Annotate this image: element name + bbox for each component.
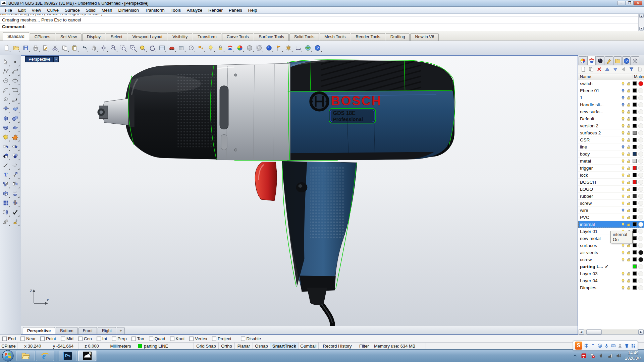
zoom-selected-icon[interactable] xyxy=(138,44,147,53)
layer-row-default[interactable]: Default xyxy=(578,115,644,122)
material-column-header[interactable]: Mater xyxy=(633,74,644,79)
layer-row-wire[interactable]: wire xyxy=(578,207,644,214)
toolbar-tab-mesh-tools[interactable]: Mesh Tools xyxy=(320,33,350,41)
toggle-smarttrack[interactable]: SmartTrack xyxy=(270,343,299,349)
toolbar-tab-transform[interactable]: Transform xyxy=(193,33,221,41)
toolbar-tab-viewport-layout[interactable]: Viewport Layout xyxy=(128,33,167,41)
layer-lock-icon[interactable] xyxy=(626,124,632,128)
earth-icon[interactable] xyxy=(303,44,312,53)
panel-tab-files[interactable] xyxy=(613,56,622,65)
toolbar-tab-curve-tools[interactable]: Curve Tools xyxy=(222,33,254,41)
layer-lock-icon[interactable] xyxy=(626,173,632,177)
scrollbar-track[interactable] xyxy=(584,329,638,335)
torus-icon[interactable] xyxy=(1,123,10,132)
layer-material-swatch[interactable] xyxy=(637,109,644,114)
toggle-osnap[interactable]: Osnap xyxy=(253,343,270,349)
taskbar-windows-explorer-button[interactable] xyxy=(16,351,35,361)
scroll-left-icon[interactable]: ◀ xyxy=(579,329,584,335)
layer-material-swatch[interactable] xyxy=(637,278,644,283)
delete-layer-icon[interactable] xyxy=(595,66,603,73)
ellipse-icon[interactable] xyxy=(10,76,20,85)
viewport-tab-perspektive[interactable]: Perspektive xyxy=(23,327,55,334)
scale-icon[interactable] xyxy=(10,170,20,179)
annotate-icon[interactable] xyxy=(196,44,205,53)
units-readout[interactable]: Millimeters xyxy=(105,343,136,349)
scrollbar-thumb[interactable] xyxy=(586,329,602,335)
text-icon[interactable]: T xyxy=(1,170,10,179)
osnap-perp[interactable]: Perp xyxy=(112,336,126,341)
array-linear-icon[interactable] xyxy=(10,198,20,207)
layer-color-swatch[interactable] xyxy=(632,180,637,184)
layer-lock-icon[interactable] xyxy=(626,222,632,227)
curve-blend-icon[interactable] xyxy=(10,95,20,104)
layer-material-swatch[interactable] xyxy=(637,144,644,149)
menu-analyze[interactable]: Analyze xyxy=(184,7,205,13)
layer-visibility-bulb-icon[interactable] xyxy=(620,279,626,283)
layer-visibility-bulb-icon[interactable] xyxy=(620,96,626,100)
layer-row-bosch[interactable]: BOSCH xyxy=(578,179,644,186)
layer-row-pvc[interactable]: PVC xyxy=(578,214,644,221)
layer-material-swatch[interactable] xyxy=(637,130,644,135)
layer-color-swatch[interactable] xyxy=(632,131,637,135)
layer-visibility-bulb-icon[interactable] xyxy=(620,131,626,135)
polyline-icon[interactable] xyxy=(1,67,10,76)
network-icon[interactable] xyxy=(607,353,613,359)
layer-visibility-bulb-icon[interactable] xyxy=(620,272,626,276)
layer-color-swatch[interactable] xyxy=(632,243,637,247)
toolbar-tab-display[interactable]: Display xyxy=(82,33,105,41)
osnap-project[interactable]: Project xyxy=(212,336,231,341)
layer-row-gsr[interactable]: GSR xyxy=(578,136,644,143)
layer-row-surfaces-2[interactable]: surfaces 2 xyxy=(578,129,644,136)
layer-lock-icon[interactable] xyxy=(626,103,632,107)
layer-row-air-vients[interactable]: air vients xyxy=(578,249,644,256)
layer-color-swatch[interactable] xyxy=(632,152,637,156)
layer-visibility-bulb-icon[interactable] xyxy=(620,110,626,114)
circle-center-icon[interactable] xyxy=(186,44,196,53)
layer-lock-icon[interactable] xyxy=(626,152,632,156)
boolean-union-icon[interactable] xyxy=(1,151,10,161)
layer-lock-icon[interactable] xyxy=(626,145,632,149)
layer-material-swatch[interactable] xyxy=(637,81,644,86)
menu-file[interactable]: File xyxy=(2,7,15,13)
layer-visibility-bulb-icon[interactable] xyxy=(620,187,626,191)
primitives-icon[interactable] xyxy=(1,217,10,226)
toolbox-icon[interactable] xyxy=(631,343,636,348)
layer-visibility-bulb-icon[interactable] xyxy=(620,138,626,142)
layer-visibility-bulb-icon[interactable] xyxy=(620,243,626,248)
mirror-icon[interactable] xyxy=(10,179,20,189)
layer-material-swatch[interactable] xyxy=(637,222,644,227)
action-center-icon[interactable] xyxy=(590,353,595,359)
layer-lock-icon[interactable] xyxy=(626,159,632,163)
layer-row-1[interactable]: 1 xyxy=(578,94,644,101)
menu-solid[interactable]: Solid xyxy=(83,7,99,13)
layer-material-swatch[interactable] xyxy=(637,271,644,276)
layer-row-parting-l[interactable]: parting L...✓ xyxy=(578,263,644,270)
layer-lock-icon[interactable] xyxy=(626,279,632,283)
open-folder-icon[interactable] xyxy=(11,44,20,53)
layer-row-rubber[interactable]: rubber xyxy=(578,193,644,200)
toggle-grid-snap[interactable]: Grid Snap xyxy=(194,343,219,349)
render-mesh-icon[interactable] xyxy=(10,217,20,226)
viewport-title[interactable]: Perspektive xyxy=(25,56,54,62)
layer-color-swatch[interactable] xyxy=(632,279,637,283)
perspective-viewport[interactable]: Perspektive ▼ xyxy=(21,55,578,335)
layer-lock-icon[interactable] xyxy=(626,180,632,184)
toggle-ortho[interactable]: Ortho xyxy=(219,343,235,349)
rotate-view-icon[interactable] xyxy=(99,44,108,53)
layer-visibility-bulb-icon[interactable] xyxy=(620,173,626,177)
named-view-icon[interactable] xyxy=(167,44,176,53)
layer-lock-icon[interactable] xyxy=(626,194,632,198)
layer-row-csrew[interactable]: csrew xyxy=(578,256,644,263)
layer-material-swatch[interactable] xyxy=(637,102,644,107)
menu-mesh[interactable]: Mesh xyxy=(99,7,115,13)
layer-visibility-bulb-icon[interactable] xyxy=(620,81,626,86)
osnap-mid[interactable]: Mid xyxy=(61,336,73,341)
layer-visibility-bulb-icon[interactable] xyxy=(620,159,626,163)
osnap-quad[interactable]: Quad xyxy=(149,336,165,341)
layer-color-swatch[interactable] xyxy=(632,187,637,191)
duplicate-layer-icon[interactable] xyxy=(587,66,595,73)
menu-view[interactable]: View xyxy=(29,7,44,13)
rendered-view-icon[interactable] xyxy=(264,44,273,53)
menu-edit[interactable]: Edit xyxy=(15,7,29,13)
layer-lock-icon[interactable] xyxy=(626,286,632,290)
